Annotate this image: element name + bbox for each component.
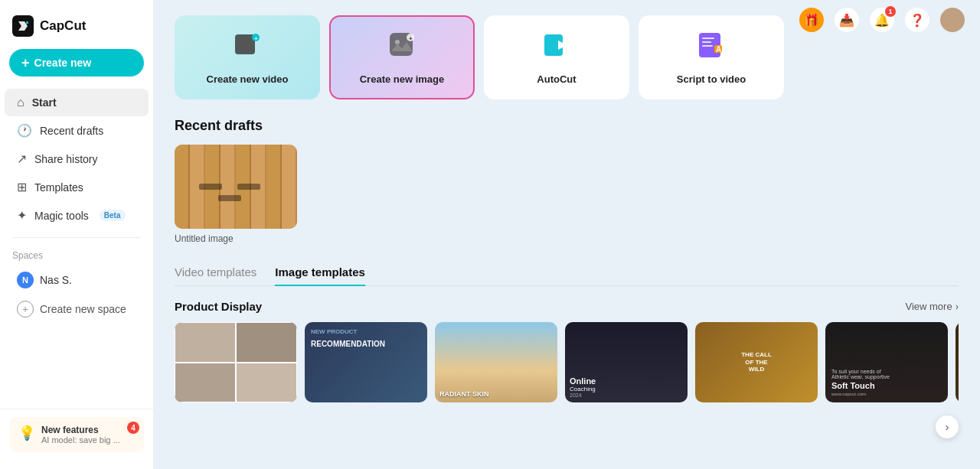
create-new-button[interactable]: + Create new bbox=[9, 49, 144, 77]
svg-text:+: + bbox=[254, 35, 258, 42]
topbar: 🎁 📥 🔔 1 ❓ bbox=[799, 8, 965, 32]
sidebar-label-templates: Templates bbox=[34, 181, 83, 194]
template-icon: ⊞ bbox=[17, 180, 27, 194]
magic-icon: ✦ bbox=[17, 208, 27, 223]
recent-drafts-title: Recent drafts bbox=[175, 118, 959, 134]
wood-pattern bbox=[175, 145, 297, 229]
sidebar-item-recent-drafts[interactable]: 🕐 Recent drafts bbox=[5, 116, 149, 145]
templates-header: Product Display View more › bbox=[175, 300, 959, 313]
logo-area: CapCut bbox=[0, 9, 153, 49]
script-to-video-label: Script to video bbox=[677, 73, 746, 85]
space-avatar: N bbox=[17, 272, 34, 288]
logo-text: CapCut bbox=[40, 18, 86, 34]
create-space-icon: + bbox=[17, 301, 34, 318]
spaces-label: Spaces bbox=[0, 246, 153, 265]
sidebar-label-recent-drafts: Recent drafts bbox=[40, 125, 103, 137]
features-subtitle: AI model: save big ... bbox=[41, 435, 120, 445]
tabs-row: Video templates Image templates bbox=[175, 265, 959, 286]
autocut-label: AutoCut bbox=[537, 73, 576, 85]
sidebar: CapCut + Create new ⌂ Start 🕐 Recent dra… bbox=[0, 0, 153, 469]
templates-section-title: Product Display bbox=[175, 300, 262, 313]
notification-badge: 1 bbox=[885, 6, 896, 17]
capcut-logo-icon bbox=[12, 15, 34, 37]
create-new-space[interactable]: + Create new space bbox=[5, 295, 149, 324]
view-more-button[interactable]: View more › bbox=[905, 301, 959, 312]
template-card-5[interactable]: THE CALLOF THEWILD bbox=[695, 322, 818, 402]
sidebar-label-magic-tools: Magic tools bbox=[34, 210, 89, 222]
svg-rect-3 bbox=[238, 37, 252, 51]
inbox-icon[interactable]: 📥 bbox=[835, 8, 859, 32]
autocut-icon bbox=[541, 30, 572, 66]
tab-image-templates[interactable]: Image templates bbox=[275, 265, 365, 286]
create-video-card[interactable]: + Create new video bbox=[175, 15, 320, 99]
draft-name: Untitled image bbox=[175, 233, 297, 244]
features-badge: 4 bbox=[127, 422, 139, 434]
create-video-label: Create new video bbox=[207, 73, 289, 85]
home-icon: ⌂ bbox=[17, 96, 24, 109]
template-card-necklace[interactable]: Fashion Accessories New Collection Neckl… bbox=[956, 322, 959, 402]
template-card-4[interactable]: Online Coaching 2024 bbox=[565, 322, 688, 402]
beta-badge: Beta bbox=[100, 210, 126, 221]
template-card-2[interactable]: NEW PRODUCT RECOMMENDATION bbox=[305, 322, 427, 402]
tab-video-templates[interactable]: Video templates bbox=[175, 265, 256, 286]
template-card-1[interactable] bbox=[175, 322, 297, 402]
sidebar-divider bbox=[12, 237, 141, 238]
sidebar-item-magic-tools[interactable]: ✦ Magic tools Beta bbox=[5, 201, 149, 230]
svg-rect-1 bbox=[26, 21, 28, 24]
template-card-3[interactable]: RADIANT SKIN bbox=[435, 322, 557, 402]
features-text-area: New features AI model: save big ... bbox=[41, 425, 120, 445]
svg-text:AI: AI bbox=[716, 45, 724, 54]
sidebar-item-templates[interactable]: ⊞ Templates bbox=[5, 173, 149, 201]
new-features-box[interactable]: 4 💡 New features AI model: save big ... bbox=[9, 417, 144, 452]
svg-text:+: + bbox=[409, 35, 413, 42]
space-item-nas[interactable]: N Nas S. bbox=[5, 265, 149, 295]
chevron-right-icon: › bbox=[956, 301, 959, 312]
tab-video-templates-label: Video templates bbox=[175, 265, 256, 278]
templates-scroll: NEW PRODUCT RECOMMENDATION RADIANT SKIN … bbox=[175, 322, 959, 402]
create-image-label: Create new image bbox=[360, 73, 445, 85]
sidebar-bottom: 4 💡 New features AI model: save big ... bbox=[0, 409, 153, 460]
notification-wrapper: 🔔 1 bbox=[870, 8, 894, 32]
create-space-label: Create new space bbox=[40, 303, 126, 315]
gift-icon[interactable]: 🎁 bbox=[799, 8, 824, 32]
create-new-label: Create new bbox=[34, 57, 92, 69]
drafts-row: Untitled image bbox=[175, 145, 959, 244]
sidebar-label-start: Start bbox=[32, 96, 57, 109]
sidebar-label-share-history: Share history bbox=[34, 153, 97, 165]
script-to-video-icon: AI bbox=[696, 30, 727, 66]
autocut-card[interactable]: AutoCut bbox=[484, 15, 629, 99]
svg-rect-15 bbox=[702, 45, 713, 47]
sidebar-item-start[interactable]: ⌂ Start bbox=[5, 89, 149, 116]
space-name: Nas S. bbox=[40, 274, 72, 286]
tab-image-templates-label: Image templates bbox=[275, 265, 365, 278]
view-more-label: View more bbox=[905, 301, 952, 312]
user-avatar[interactable] bbox=[940, 8, 965, 32]
script-to-video-card[interactable]: AI Script to video bbox=[639, 15, 784, 99]
plus-icon: + bbox=[21, 56, 30, 70]
draft-thumbnail bbox=[175, 145, 297, 229]
create-image-card[interactable]: + Create new image bbox=[329, 15, 475, 99]
help-icon[interactable]: ❓ bbox=[905, 8, 929, 32]
template-card-soft-touch[interactable]: To suit your needs ofAthletic wear, supp… bbox=[825, 322, 948, 402]
create-video-icon: + bbox=[232, 30, 263, 66]
draft-item[interactable]: Untitled image bbox=[175, 145, 297, 244]
main-content: 🎁 📥 🔔 1 ❓ + Create new video bbox=[153, 0, 980, 469]
create-image-icon: + bbox=[387, 30, 417, 66]
svg-rect-14 bbox=[702, 41, 711, 43]
clock-icon: 🕐 bbox=[17, 123, 32, 138]
scroll-right-arrow[interactable]: › bbox=[936, 415, 959, 438]
features-title: New features bbox=[41, 425, 120, 435]
sidebar-item-share-history[interactable]: ↗ Share history bbox=[5, 145, 149, 173]
features-icon: 💡 bbox=[18, 425, 35, 441]
share-icon: ↗ bbox=[17, 151, 27, 166]
svg-rect-13 bbox=[702, 37, 714, 39]
